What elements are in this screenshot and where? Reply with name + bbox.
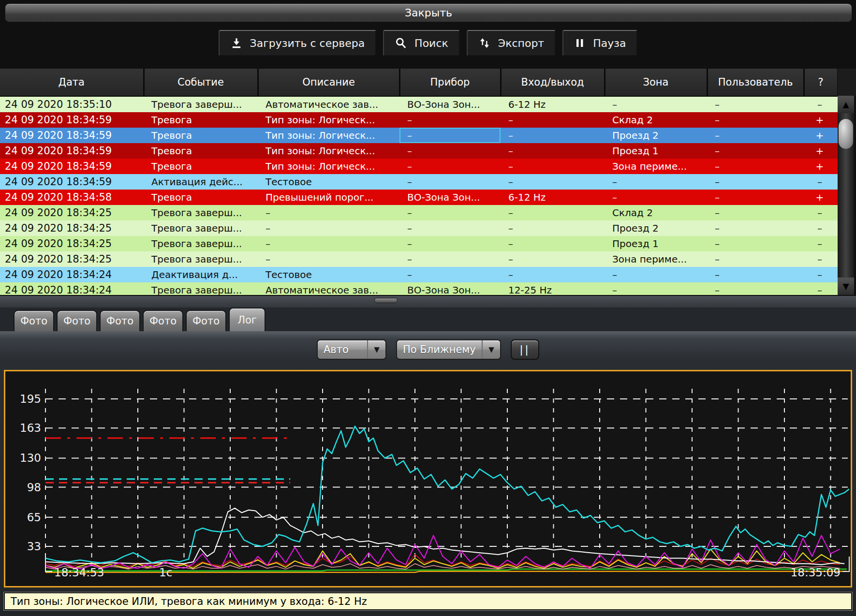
table-cell: – — [399, 143, 501, 159]
toolbar: Загрузить с сервера Поиск Экспорт — [0, 30, 856, 56]
event-log-window: Закрыть Загрузить с сервера Поиск — [0, 0, 856, 616]
column-header[interactable]: Вход/выход — [501, 69, 605, 96]
table-cell: Тревога — [144, 128, 258, 143]
svg-text:18:34:53: 18:34:53 — [54, 566, 104, 579]
table-cell: Проезд 1 — [605, 143, 707, 159]
table-cell: – — [258, 205, 399, 220]
table-row[interactable]: 24 09 2020 18:34:59ТревогаТип зоны: Логи… — [0, 143, 838, 159]
chevron-down-icon: ▼ — [482, 340, 500, 359]
search-icon — [395, 37, 407, 49]
table-cell: – — [707, 128, 804, 143]
table-cell: – — [605, 96, 707, 112]
tab-photo-2[interactable]: Фото — [57, 310, 97, 331]
table-cell: Тип зоны: Логическ... — [258, 112, 399, 128]
table-row[interactable]: 24 09 2020 18:34:24Деактивация д...Тесто… — [0, 267, 838, 282]
svg-text:65: 65 — [27, 511, 41, 524]
svg-text:130: 130 — [20, 452, 41, 464]
chevron-down-icon: ▼ — [367, 340, 385, 359]
table-cell: Зона периме... — [605, 251, 707, 267]
table-cell: – — [707, 267, 804, 282]
svg-text:18:35:09: 18:35:09 — [791, 566, 841, 579]
load-from-server-label: Загрузить с сервера — [250, 37, 365, 49]
export-button[interactable]: Экспорт — [467, 30, 556, 56]
table-row[interactable]: 24 09 2020 18:34:25Тревога заверш...–––П… — [0, 220, 838, 236]
table-cell: + — [804, 128, 838, 143]
tab-photo-4[interactable]: Фото — [143, 310, 183, 331]
table-cell: – — [501, 251, 605, 267]
tab-photo-1[interactable]: Фото — [14, 310, 54, 331]
table-cell: – — [399, 128, 501, 143]
scroll-up-button[interactable]: ▲ — [838, 96, 854, 113]
table-row[interactable]: 24 09 2020 18:34:25Тревога заверш...–––З… — [0, 251, 838, 267]
table-cell: 24 09 2020 18:34:25 — [0, 205, 144, 220]
load-from-server-button[interactable]: Загрузить с сервера — [219, 30, 377, 56]
table-row[interactable]: 24 09 2020 18:34:58ТревогаПревышений пор… — [0, 190, 838, 205]
scale-dropdown[interactable]: Авто ▼ — [317, 339, 386, 360]
close-button[interactable]: Закрыть — [5, 3, 852, 22]
column-header[interactable]: ? — [804, 69, 838, 96]
tab-log[interactable]: Лог — [229, 308, 266, 331]
search-button[interactable]: Поиск — [383, 30, 460, 56]
table-cell: – — [804, 282, 838, 295]
event-table: ДатаСобытиеОписаниеПриборВход/выходЗонаП… — [0, 69, 838, 295]
column-header[interactable]: Дата — [0, 69, 144, 96]
table-cell: 24 09 2020 18:34:59 — [0, 174, 144, 190]
table-cell: – — [804, 251, 838, 267]
table-cell: – — [804, 267, 838, 282]
table-cell: 24 09 2020 18:34:58 — [0, 190, 144, 205]
tab-photo-5[interactable]: Фото — [186, 310, 226, 331]
column-header[interactable]: Событие — [144, 69, 258, 96]
table-cell: Автоматическое зав... — [258, 96, 399, 112]
column-header[interactable]: Зона — [605, 69, 707, 96]
table-cell: – — [605, 174, 707, 190]
column-header[interactable]: Описание — [258, 69, 399, 96]
event-table-body: 24 09 2020 18:35:10Тревога заверш...Авто… — [0, 96, 838, 295]
table-cell: 24 09 2020 18:34:25 — [0, 220, 144, 236]
chart-pause-button[interactable]: || — [511, 339, 539, 360]
status-bar: Тип зоны: Логическое ИЛИ, тревога как ми… — [4, 592, 852, 610]
table-cell: – — [501, 159, 605, 174]
table-cell: – — [501, 128, 605, 143]
export-label: Экспорт — [498, 37, 544, 49]
table-cell: – — [707, 143, 804, 159]
column-header[interactable]: Прибор — [399, 69, 501, 96]
table-cell: 6-12 Hz — [501, 96, 605, 112]
table-row[interactable]: 24 09 2020 18:34:25Тревога заверш...–––П… — [0, 236, 838, 251]
table-cell: Тревога заверш... — [144, 236, 258, 251]
table-cell: + — [804, 143, 838, 159]
pause-button[interactable]: Пауза — [562, 30, 637, 56]
event-table-header-row: ДатаСобытиеОписаниеПриборВход/выходЗонаП… — [0, 69, 838, 96]
tab-photo-3[interactable]: Фото — [100, 310, 140, 331]
tab-bar: ФотоФотоФотоФотоФотоЛог — [0, 308, 856, 331]
table-cell: Тревога — [144, 143, 258, 159]
splitter-handle[interactable] — [374, 298, 398, 303]
svg-text:195: 195 — [20, 393, 41, 405]
table-cell: Тип зоны: Логическ... — [258, 128, 399, 143]
table-row[interactable]: 24 09 2020 18:34:59ТревогаТип зоны: Логи… — [0, 128, 838, 143]
table-cell: 6-12 Hz — [501, 190, 605, 205]
table-cell: – — [605, 190, 707, 205]
mode-dropdown-value: По Ближнему — [397, 344, 482, 355]
table-cell: 12-25 Hz — [501, 282, 605, 295]
table-cell: – — [258, 251, 399, 267]
signal-chart[interactable]: 19516313098653318:34:531с18:35:09 — [4, 370, 852, 587]
table-cell: – — [707, 174, 804, 190]
splitter[interactable] — [0, 295, 856, 308]
table-cell: – — [707, 236, 804, 251]
table-row[interactable]: 24 09 2020 18:34:59ТревогаТип зоны: Логи… — [0, 112, 838, 128]
table-row[interactable]: 24 09 2020 18:34:59Активация дейс...Тест… — [0, 174, 838, 190]
table-row[interactable]: 24 09 2020 18:34:25Тревога заверш...–––С… — [0, 205, 838, 220]
scrollbar-thumb[interactable] — [839, 119, 853, 149]
table-cell: 24 09 2020 18:34:24 — [0, 267, 144, 282]
table-row[interactable]: 24 09 2020 18:35:10Тревога заверш...Авто… — [0, 96, 838, 112]
table-cell: Склад 2 — [605, 205, 707, 220]
table-cell: 24 09 2020 18:35:10 — [0, 96, 144, 112]
table-scrollbar[interactable]: ▲ ▼ — [838, 96, 854, 295]
table-row[interactable]: 24 09 2020 18:34:24Тревога заверш...Авто… — [0, 282, 838, 295]
table-row[interactable]: 24 09 2020 18:34:59ТревогаТип зоны: Логи… — [0, 159, 838, 174]
pause-icon — [574, 37, 586, 49]
mode-dropdown[interactable]: По Ближнему ▼ — [396, 339, 501, 360]
svg-text:98: 98 — [27, 481, 41, 494]
scroll-down-button[interactable]: ▼ — [838, 278, 854, 295]
column-header[interactable]: Пользователь — [707, 69, 804, 96]
